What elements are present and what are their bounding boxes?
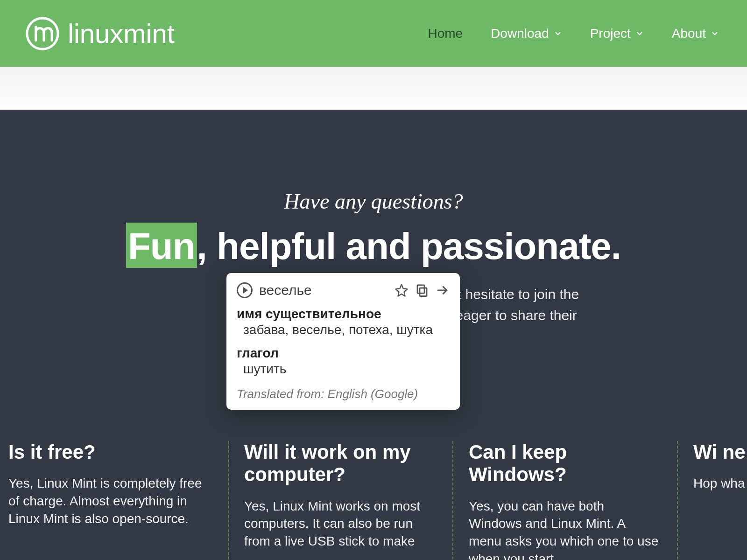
faq-title: Can I keep Windows? (469, 441, 661, 486)
play-audio-icon[interactable] (237, 282, 253, 298)
translation-popup: веселье имя существительное забава, весе… (226, 273, 460, 410)
nav-project[interactable]: Project (590, 26, 644, 41)
chevron-down-icon (635, 26, 644, 41)
faq-title: Will it work on my computer? (244, 441, 436, 486)
popup-left: веселье (237, 282, 312, 298)
popup-actions (395, 283, 450, 297)
nav-label: Home (428, 26, 463, 41)
svg-rect-2 (417, 285, 424, 294)
faq-text: Yes, Linux Mint is completely free of ch… (8, 475, 211, 527)
faq-title: Is it free? (8, 441, 211, 463)
chevron-down-icon (711, 26, 719, 41)
faq-col-partial: Wi ne Hop wha the b (677, 441, 747, 560)
nav-label: About (672, 26, 706, 41)
nav-links: Home Download Project About (428, 26, 719, 41)
part-of-speech: глагол (237, 346, 450, 361)
definition: шутить (243, 362, 450, 377)
divider (228, 441, 229, 560)
star-icon[interactable] (395, 283, 409, 297)
divider (677, 441, 678, 560)
headline: Fun, helpful and passionate. (93, 228, 654, 265)
chevron-down-icon (554, 26, 562, 41)
brand[interactable]: linuxmint (26, 17, 175, 50)
hero-section: Have any questions? Fun, helpful and pas… (0, 110, 747, 560)
popup-block-noun: имя существительное забава, веселье, пот… (237, 307, 450, 337)
faq-title: Wi ne (693, 441, 731, 463)
translated-word: веселье (259, 282, 312, 298)
translation-source: Translated from: English (Google) (237, 387, 450, 401)
faq-text: Yes, Linux Mint works on most computers.… (244, 497, 436, 550)
popup-header: веселье (237, 282, 450, 298)
svg-rect-1 (420, 288, 427, 296)
headline-rest: , helpful and passionate. (197, 225, 621, 267)
part-of-speech: имя существительное (237, 307, 450, 322)
svg-point-0 (27, 18, 58, 49)
faq-text: Hop wha the b (693, 475, 731, 492)
nav-about[interactable]: About (672, 26, 719, 41)
popup-block-verb: глагол шутить (237, 346, 450, 377)
brand-name: linuxmint (68, 18, 175, 49)
navbar: linuxmint Home Download Project About (0, 0, 747, 67)
nav-label: Project (590, 26, 631, 41)
divider (452, 441, 453, 560)
nav-label: Download (491, 26, 549, 41)
copy-icon[interactable] (415, 283, 429, 297)
faq-text: Yes, you can have both Windows and Linux… (469, 497, 661, 560)
faq-col-compat: Will it work on my computer? Yes, Linux … (228, 441, 452, 560)
brand-logo-icon (26, 17, 59, 50)
nav-download[interactable]: Download (491, 26, 562, 41)
faq-col-windows: Can I keep Windows? Yes, you can have bo… (452, 441, 677, 560)
arrow-right-icon[interactable] (436, 283, 450, 297)
faq-col-free: Is it free? Yes, Linux Mint is completel… (8, 441, 228, 560)
spacer-band (0, 67, 747, 110)
questions-heading: Have any questions? (93, 189, 654, 214)
nav-home[interactable]: Home (428, 26, 463, 41)
faq-row: Is it free? Yes, Linux Mint is completel… (8, 441, 747, 560)
definition: забава, веселье, потеха, шутка (243, 322, 450, 337)
headline-highlight[interactable]: Fun (126, 223, 197, 268)
